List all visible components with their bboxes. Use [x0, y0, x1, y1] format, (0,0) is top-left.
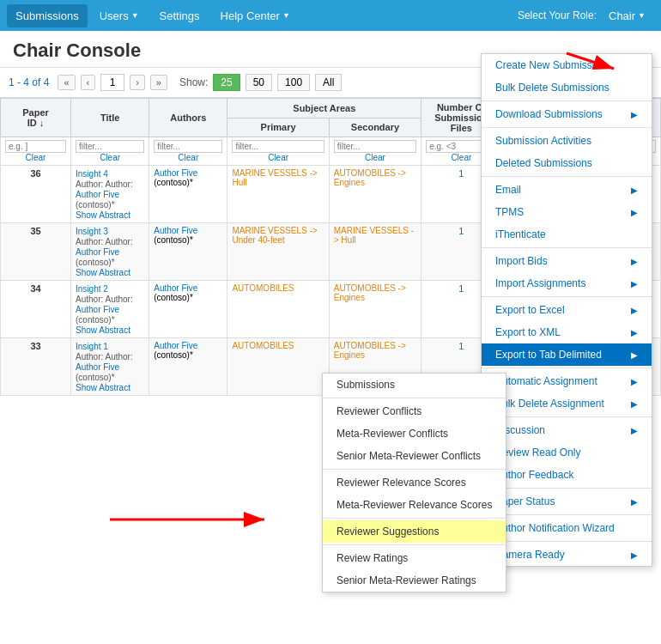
col-primary[interactable]: Primary	[227, 118, 329, 137]
cell-paper-id: 35	[1, 223, 71, 281]
dropdown-separator	[482, 176, 652, 177]
clear-paper-id-filter[interactable]: Clear	[5, 153, 66, 162]
sub-dropdown-item-submissions[interactable]: Submissions	[323, 374, 506, 396]
filter-primary-input[interactable]	[232, 140, 324, 153]
show-abstract-link[interactable]: Show Abstract	[76, 325, 130, 335]
submenu-arrow-icon: ▶	[631, 279, 638, 289]
title-link[interactable]: Insight 2	[76, 284, 108, 294]
dropdown-item-bulk-delete-assignment[interactable]: Bulk Delete Assignment▶	[482, 392, 652, 415]
sub-dropdown-separator	[323, 398, 506, 398]
dropdown-separator	[482, 127, 652, 128]
title-link[interactable]: Insight 4	[76, 169, 108, 179]
col-paper-id[interactable]: PaperID ↓	[1, 99, 71, 137]
dropdown-item-ithenticate[interactable]: iThenticate	[482, 223, 652, 246]
submenu-arrow-icon: ▶	[631, 426, 638, 435]
pager-last-button[interactable]: »	[150, 75, 167, 90]
sub-files-link[interactable]: 1	[458, 341, 464, 351]
dropdown-item-bulk-delete-submissions[interactable]: Bulk Delete Submissions	[482, 76, 652, 99]
sub-dropdown-item-reviewer-relevance-scores[interactable]: Reviewer Relevance Scores	[323, 471, 506, 494]
author-detail-link[interactable]: Author Five	[154, 168, 197, 178]
pager-next-button[interactable]: ›	[130, 75, 145, 90]
cell-primary: MARINE VESSELS -> Under 40-feet	[227, 223, 329, 281]
show-abstract-link[interactable]: Show Abstract	[76, 268, 130, 277]
page-number-input[interactable]	[100, 74, 124, 91]
dropdown-item-author-feedback[interactable]: Author Feedback	[482, 464, 652, 486]
author-detail-link[interactable]: Author Five	[154, 341, 197, 350]
nav-chair-role[interactable]: Chair ▼	[600, 4, 654, 27]
submenu-arrow-icon: ▶	[631, 208, 638, 217]
dropdown-item-export-to-tab-delimited[interactable]: Export to Tab Delimited▶	[482, 343, 652, 366]
submenu-arrow-icon: ▶	[631, 399, 638, 409]
nav-submissions[interactable]: Submissions	[7, 4, 88, 27]
author-link[interactable]: Author Five	[76, 247, 119, 257]
author-link[interactable]: Author Five	[76, 305, 119, 314]
sub-dropdown-item-senior-meta-reviewer-conflicts[interactable]: Senior Meta-Reviewer Conflicts	[323, 445, 506, 467]
dropdown-item-submission-activities[interactable]: Submission Activities	[482, 130, 652, 152]
dropdown-item-email[interactable]: Email▶	[482, 179, 652, 201]
show-all-button[interactable]: All	[315, 74, 342, 91]
dropdown-item-automatic-assignment[interactable]: Automatic Assignment▶	[482, 370, 652, 392]
nav-users[interactable]: Users ▼	[91, 4, 148, 27]
clear-primary-filter[interactable]: Clear	[232, 153, 324, 162]
pager-first-button[interactable]: «	[58, 75, 75, 90]
clear-authors-filter[interactable]: Clear	[154, 153, 222, 162]
dropdown-separator	[482, 416, 652, 417]
pager-prev-button[interactable]: ‹	[81, 75, 96, 90]
filter-secondary: Clear	[329, 137, 421, 166]
dropdown-item-tpms[interactable]: TPMS▶	[482, 201, 652, 223]
dropdown-item-camera-ready[interactable]: Camera Ready▶	[482, 544, 652, 566]
clear-title-filter[interactable]: Clear	[76, 153, 144, 162]
sub-files-link[interactable]: 1	[458, 226, 464, 236]
col-title[interactable]: Title	[71, 99, 149, 137]
nav-settings[interactable]: Settings	[151, 4, 209, 27]
show-abstract-link[interactable]: Show Abstract	[76, 210, 130, 220]
clear-secondary-filter[interactable]: Clear	[334, 153, 416, 162]
filter-authors: Clear	[149, 137, 227, 166]
submenu-arrow-icon: ▶	[631, 497, 638, 507]
cell-secondary: AUTOMOBILES -> Engines	[329, 281, 421, 338]
dropdown-item-export-to-xml[interactable]: Export to XML▶	[482, 321, 652, 343]
sub-dropdown-item-senior-meta-reviewer-ratings[interactable]: Senior Meta-Reviewer Ratings	[323, 569, 506, 592]
dropdown-item-author-notification-wizard[interactable]: Author Notification Wizard	[482, 517, 652, 539]
dropdown-item-import-bids[interactable]: Import Bids▶	[482, 250, 652, 272]
title-link[interactable]: Insight 1	[76, 342, 108, 351]
dropdown-item-download-submissions[interactable]: Download Submissions▶	[482, 103, 652, 125]
submenu-arrow-icon: ▶	[631, 350, 638, 360]
cell-title: Insight 1 Author: Author: Author Five (c…	[71, 338, 149, 396]
filter-paper-id-input[interactable]	[5, 140, 66, 153]
show-25-button[interactable]: 25	[213, 74, 240, 91]
filter-title-input[interactable]	[76, 140, 144, 153]
dropdown-item-export-to-excel[interactable]: Export to Excel▶	[482, 299, 652, 321]
show-50-button[interactable]: 50	[246, 74, 272, 91]
dropdown-item-discussion[interactable]: Discussion▶	[482, 419, 652, 441]
dropdown-item-create-new-submission[interactable]: Create New Submission	[482, 54, 652, 76]
dropdown-item-paper-status[interactable]: Paper Status▶	[482, 490, 652, 513]
filter-primary: Clear	[227, 137, 329, 166]
author-detail-link[interactable]: Author Five	[154, 226, 197, 235]
author-detail-link[interactable]: Author Five	[154, 283, 197, 293]
sub-files-link[interactable]: 1	[458, 283, 464, 294]
show-abstract-link[interactable]: Show Abstract	[76, 383, 130, 392]
filter-authors-input[interactable]	[154, 140, 222, 153]
author-link[interactable]: Author Five	[76, 362, 119, 372]
cell-title: Insight 3 Author: Author: Author Five (c…	[71, 223, 149, 281]
sub-dropdown-item-review-ratings[interactable]: Review Ratings	[323, 547, 506, 569]
cell-paper-id: 33	[1, 338, 71, 396]
author-link[interactable]: Author Five	[76, 190, 119, 199]
dropdown-item-review-read-only[interactable]: Review Read Only	[482, 441, 652, 464]
title-link[interactable]: Insight 3	[76, 227, 108, 236]
record-info: 1 - 4 of 4	[9, 76, 49, 88]
dropdown-item-import-assignments[interactable]: Import Assignments▶	[482, 272, 652, 295]
sub-dropdown-item-reviewer-suggestions[interactable]: Reviewer Suggestions	[323, 520, 506, 543]
col-authors[interactable]: Authors	[149, 99, 227, 137]
show-100-button[interactable]: 100	[277, 74, 310, 91]
dropdown-item-deleted-submissions[interactable]: Deleted Submissions	[482, 152, 652, 174]
nav-help-center[interactable]: Help Center ▼	[212, 4, 299, 27]
sub-files-link[interactable]: 1	[458, 168, 464, 179]
sub-dropdown-item-reviewer-conflicts[interactable]: Reviewer Conflicts	[323, 400, 506, 422]
sub-dropdown-separator	[323, 469, 506, 470]
sub-dropdown-item-meta-reviewer-relevance-scores[interactable]: Meta-Reviewer Relevance Scores	[323, 494, 506, 516]
sub-dropdown-item-meta-reviewer-conflicts[interactable]: Meta-Reviewer Conflicts	[323, 422, 506, 445]
filter-secondary-input[interactable]	[334, 140, 416, 153]
col-secondary[interactable]: Secondary	[329, 118, 421, 137]
